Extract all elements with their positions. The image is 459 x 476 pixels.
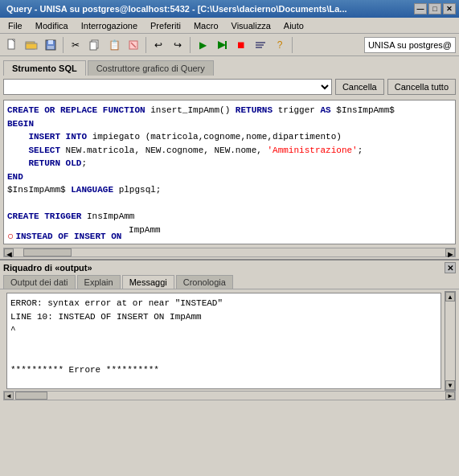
svg-rect-2: [26, 43, 37, 49]
output-vscrollbar[interactable]: ▲ ▼: [445, 291, 456, 391]
svg-rect-13: [256, 44, 264, 46]
close-button[interactable]: ✕: [443, 3, 456, 14]
cancel-btn[interactable]: Cancella: [335, 79, 384, 95]
title-bar: Query - UNISA su postgres@localhost:5432…: [0, 0, 459, 18]
output-tabs: Output dei dati Explain Messaggi Cronolo…: [0, 275, 459, 289]
out-hscroll-right[interactable]: ►: [445, 392, 455, 400]
output-line-4: [10, 337, 437, 351]
combo-row: Cancella Cancella tutto: [3, 77, 456, 96]
title-bar-buttons: — □ ✕: [414, 3, 456, 14]
toolbar: ✂ 📋 ↩ ↪ ▶ ⏹ ? UNISA su postgres@: [0, 34, 459, 56]
output-hscrollbar[interactable]: ◄ ►: [3, 391, 456, 400]
output-close-button[interactable]: ✕: [445, 262, 456, 273]
vscroll-up-arrow[interactable]: ▲: [445, 292, 455, 302]
code-line-8: [7, 197, 452, 211]
tab-costruttore[interactable]: Costruttore grafico di Query: [88, 60, 214, 76]
tab-explain[interactable]: Explain: [77, 275, 121, 289]
minimize-button[interactable]: —: [414, 3, 427, 14]
output-content[interactable]: ERROR: syntax error at or near "INSTEAD"…: [6, 293, 441, 389]
output-line-3: ^: [10, 323, 437, 337]
menu-preferiti[interactable]: Preferiti: [145, 19, 186, 32]
code-line-1: CREATE OR REPLACE FUNCTION insert_ImpAmm…: [7, 104, 452, 117]
undo-button[interactable]: ↩: [150, 36, 167, 54]
svg-marker-10: [218, 41, 226, 49]
output-line-5: [10, 350, 437, 363]
editor-container: Cancella Cancella tutto CREATE OR REPLAC…: [0, 76, 459, 259]
output-title: Riquadro di «output»: [3, 263, 92, 273]
hscroll-left-arrow[interactable]: ◄: [4, 248, 14, 256]
tab-output-dati[interactable]: Output dei dati: [3, 275, 76, 289]
menu-visualizza[interactable]: Visualizza: [227, 19, 276, 32]
toolbar-separator-3: [190, 37, 191, 53]
query-combo[interactable]: [3, 79, 332, 95]
redo-button[interactable]: ↪: [169, 36, 186, 54]
menu-aiuto[interactable]: Aiuto: [279, 19, 309, 32]
svg-rect-5: [47, 46, 54, 49]
svg-rect-12: [256, 42, 265, 43]
editor-hscrollbar[interactable]: ◄ ►: [3, 248, 456, 257]
vscroll-track: [445, 302, 455, 380]
paste-button[interactable]: 📋: [105, 36, 123, 54]
toolbar-separator-2: [145, 37, 146, 53]
toolbar-separator-1: [63, 37, 64, 53]
menu-macro[interactable]: Macro: [189, 19, 223, 32]
svg-rect-11: [225, 41, 227, 49]
output-body: ERROR: syntax error at or near "INSTEAD"…: [3, 291, 456, 391]
main-container: Strumento SQL Costruttore grafico di Que…: [0, 56, 459, 476]
menu-bar: File Modifica Interrogazione Preferiti M…: [0, 18, 459, 34]
clear-button[interactable]: [125, 36, 142, 54]
tab-strumento-sql[interactable]: Strumento SQL: [3, 60, 86, 76]
run-query-button[interactable]: [213, 36, 231, 54]
open-file-button[interactable]: [23, 36, 40, 54]
code-line-7: $InsImpAmm$ LANGUAGE plpgsql;: [7, 183, 452, 197]
sql-tab-bar: Strumento SQL Costruttore grafico di Que…: [0, 56, 459, 76]
maximize-button[interactable]: □: [428, 3, 441, 14]
svg-rect-14: [256, 47, 262, 48]
help-button[interactable]: ?: [271, 36, 289, 54]
code-line-3: INSERT INTO impiegato (matricola,cognome…: [7, 130, 452, 144]
code-line-5: RETURN OLD;: [7, 157, 452, 170]
menu-interrogazione[interactable]: Interrogazione: [76, 19, 142, 32]
code-line-4: SELECT NEW.matricola, NEW.cognome, NEW.n…: [7, 144, 452, 158]
code-line-10: ○INSTEAD OF INSERT ON ImpAmm: [7, 224, 452, 245]
hscroll-thumb[interactable]: [23, 248, 72, 256]
output-header: Riquadro di «output» ✕: [0, 261, 459, 275]
tab-cronologia[interactable]: Cronologia: [176, 275, 233, 289]
save-button[interactable]: [42, 36, 59, 54]
stop-button[interactable]: ⏹: [232, 36, 250, 54]
vscroll-down-arrow[interactable]: ▼: [445, 380, 455, 390]
output-panel: Riquadro di «output» ✕ Output dei dati E…: [0, 259, 459, 476]
connection-label: UNISA su postgres@: [364, 37, 456, 53]
menu-file[interactable]: File: [3, 19, 27, 32]
cut-button[interactable]: ✂: [67, 36, 84, 54]
hscroll-right-arrow[interactable]: ►: [445, 248, 455, 256]
menu-modifica[interactable]: Modifica: [31, 19, 73, 32]
copy-button[interactable]: [86, 36, 104, 54]
output-line-6: ********** Errore **********: [10, 363, 437, 377]
out-hscroll-left[interactable]: ◄: [4, 392, 14, 400]
new-file-button[interactable]: [3, 36, 21, 54]
output-line-2: LINE 10: INSTEAD OF INSERT ON ImpAmm: [10, 310, 437, 324]
code-editor[interactable]: CREATE OR REPLACE FUNCTION insert_ImpAmm…: [3, 100, 456, 244]
toolbar-separator-4: [292, 37, 293, 53]
out-hscroll-thumb[interactable]: [15, 392, 47, 400]
explain-button[interactable]: [252, 36, 269, 54]
tab-messaggi[interactable]: Messaggi: [122, 275, 174, 289]
svg-rect-7: [90, 42, 96, 50]
output-line-1: ERROR: syntax error at or near "INSTEAD": [10, 297, 437, 310]
code-line-6: END: [7, 170, 452, 184]
cancel-all-btn[interactable]: Cancella tutto: [387, 79, 456, 95]
code-line-2: BEGIN: [7, 117, 452, 131]
run-button[interactable]: ▶: [194, 36, 211, 54]
title-bar-text: Query - UNISA su postgres@localhost:5432…: [3, 4, 414, 14]
svg-rect-4: [48, 40, 53, 44]
output-line-7: [10, 376, 437, 389]
code-line-9: CREATE TRIGGER InsImpAmm: [7, 210, 452, 224]
